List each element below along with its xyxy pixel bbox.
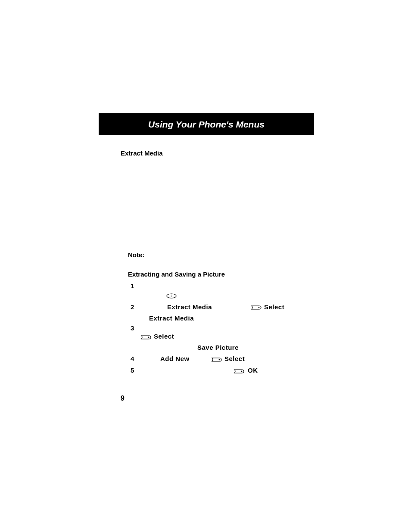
softkey-icon <box>250 304 262 312</box>
step-number-3: 3 <box>131 324 134 332</box>
svg-point-0 <box>167 294 176 298</box>
section-heading-extract-media: Extract Media <box>121 149 163 157</box>
page-number: 9 <box>121 395 125 402</box>
step2-screen-label: Extract Media <box>149 314 194 322</box>
svg-point-5 <box>219 359 220 361</box>
chapter-title-bar: Using Your Phone's Menus <box>99 113 314 135</box>
scroll-key-icon <box>166 292 177 300</box>
softkey-icon <box>233 368 244 376</box>
step4-action-label: Select <box>224 355 245 362</box>
chapter-title: Using Your Phone's Menus <box>148 119 265 130</box>
document-page: Using Your Phone's Menus Extract Media N… <box>0 0 411 532</box>
svg-point-3 <box>258 307 260 308</box>
step5-action-label: OK <box>248 367 258 374</box>
step-number-4: 4 <box>131 355 134 362</box>
softkey-icon <box>211 356 222 364</box>
svg-rect-1 <box>171 295 172 295</box>
step2-menu-label: Extract Media <box>167 303 212 311</box>
step3-action-label: Select <box>154 333 174 340</box>
softkey-icon <box>140 334 151 342</box>
step-number-5: 5 <box>131 367 134 374</box>
svg-rect-2 <box>171 297 172 297</box>
step2-action-label: Select <box>264 303 284 311</box>
step3-screen-label: Save Picture <box>197 344 239 351</box>
step4-menu-label: Add New <box>160 355 190 362</box>
svg-point-4 <box>148 337 149 338</box>
step-number-1: 1 <box>131 282 134 289</box>
step-number-2: 2 <box>131 303 134 311</box>
svg-point-6 <box>241 371 243 372</box>
section-heading-extract-save: Extracting and Saving a Picture <box>128 271 225 278</box>
note-label: Note: <box>128 251 144 258</box>
